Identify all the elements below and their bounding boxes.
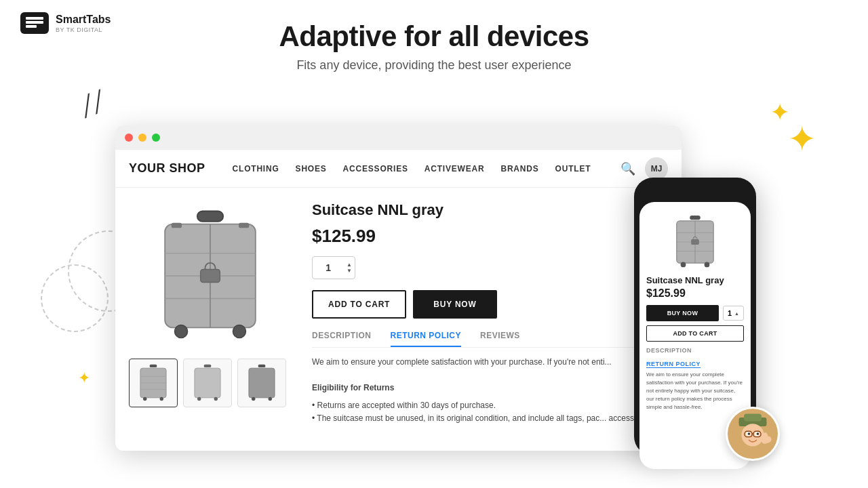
action-buttons: ADD TO CART BUY NOW [312,290,668,319]
mobile-description-label: DESCRIPTION [646,347,744,354]
mobile-buy-now-button[interactable]: BUY NOW [646,305,719,321]
svg-point-24 [214,397,218,401]
quantity-control[interactable]: 1 ▲ ▼ [312,256,355,279]
shop-logo: YOUR SHOP [129,161,205,176]
deco-star-3: ✦ [78,369,90,387]
return-policy-intro: We aim to ensure your complete satisfact… [312,356,668,369]
product-tabs: DESCRIPTION RETURN POLICY REVIEWS [312,331,668,348]
browser-titlebar [115,125,682,150]
svg-point-45 [748,432,751,435]
svg-rect-21 [195,368,220,398]
svg-rect-2 [26,25,37,28]
deco-star-2: ✦ [787,119,817,159]
product-price: $125.99 [312,226,668,247]
svg-rect-9 [201,269,220,282]
nav-activewear[interactable]: ACTIVEWEAR [425,164,485,174]
nav-shoes[interactable]: SHOES [296,164,327,174]
eligibility-title: Eligibility for Returns [312,382,668,394]
mobile-add-to-cart-button[interactable]: ADD TO CART [646,325,744,342]
thumbnail-row [129,359,292,407]
product-details: Suitcase NNL gray $125.99 1 ▲ ▼ ADD TO C… [305,188,682,451]
svg-rect-12 [172,223,182,228]
svg-point-46 [757,432,760,435]
nav-clothing[interactable]: CLOTHING [233,164,279,174]
mobile-return-policy-label[interactable]: RETURN POLICY [646,361,701,368]
tab-reviews[interactable]: REVIEWS [480,331,520,347]
shop-content: Suitcase NNL gray $125.99 1 ▲ ▼ ADD TO C… [115,188,682,451]
bullet-1: Returns are accepted within 30 days of p… [312,399,668,412]
deco-lines: ╱╱ [79,92,107,117]
logo-icon [20,12,49,34]
page-header: Adaptive for all devices Fits any device… [0,0,868,86]
page-title: Adaptive for all devices [0,20,868,53]
quantity-arrows[interactable]: ▲ ▼ [344,261,355,275]
mobile-return-policy-text: We aim to ensure your complete satisfact… [646,371,744,411]
svg-rect-13 [239,223,249,228]
page-subtitle: Fits any device, providing the best user… [0,58,868,73]
thumbnail-2[interactable] [183,359,232,407]
brand-name: SmartTabs [56,13,111,26]
svg-point-10 [175,325,188,338]
nav-outlet[interactable]: OUTLET [555,164,591,174]
svg-rect-22 [204,365,212,367]
svg-point-23 [197,397,201,401]
nav-accessories[interactable]: ACCESSORIES [343,164,408,174]
svg-rect-15 [150,365,157,367]
mobile-qty-up[interactable]: ▲ [734,311,739,316]
buy-now-button[interactable]: BUY NOW [413,290,496,319]
chat-avatar[interactable] [726,407,780,461]
tab-description[interactable]: DESCRIPTION [312,331,372,347]
svg-point-36 [681,262,686,268]
product-name: Suitcase NNL gray [312,201,668,219]
bullet-2: The suitcase must be unused, in its orig… [312,412,668,425]
svg-rect-3 [197,211,223,222]
svg-rect-1 [26,21,43,24]
tab-content-area: We aim to ensure your complete satisfact… [312,356,668,425]
thumbnail-3[interactable] [237,359,286,407]
quantity-value: 1 [313,262,344,273]
nav-links: CLOTHING SHOES ACCESSORIES ACTIVEWEAR BR… [233,164,620,174]
svg-point-27 [252,397,255,401]
browser-mockup: YOUR SHOP CLOTHING SHOES ACCESSORIES ACT… [115,125,682,451]
close-dot[interactable] [125,134,133,142]
maximize-dot[interactable] [152,134,160,142]
mobile-quantity[interactable]: 1 ▲ [723,306,744,321]
svg-rect-41 [744,413,762,421]
logo-text: SmartTabs BY TK DIGITAL [56,13,111,33]
shop-nav: YOUR SHOP CLOTHING SHOES ACCESSORIES ACT… [115,150,682,188]
search-icon[interactable]: 🔍 [620,161,635,176]
thumbnail-1[interactable] [129,359,178,407]
svg-point-11 [233,325,245,338]
mobile-btn-row: BUY NOW 1 ▲ [646,305,744,321]
svg-point-37 [705,262,710,268]
mobile-product-image [646,206,744,275]
mobile-qty-value: 1 [728,309,732,317]
nav-actions: 🔍 MJ [620,157,668,180]
main-product-image [136,201,285,350]
svg-rect-26 [258,365,266,367]
mobile-notch [671,183,719,198]
tab-return-policy[interactable]: RETURN POLICY [391,331,462,347]
deco-circle-2 [41,264,108,332]
product-gallery [115,188,305,451]
user-avatar[interactable]: MJ [645,157,668,180]
svg-rect-35 [691,239,699,245]
mobile-price: $125.99 [646,287,744,300]
nav-brands[interactable]: BRANDS [500,164,538,174]
brand-sub: BY TK DIGITAL [56,26,111,33]
minimize-dot[interactable] [138,134,146,142]
svg-rect-29 [690,216,701,220]
svg-point-19 [143,397,146,401]
svg-rect-25 [249,368,275,398]
logo-area: SmartTabs BY TK DIGITAL [20,12,111,34]
svg-point-20 [160,397,163,401]
return-bullets: Returns are accepted within 30 days of p… [312,399,668,425]
add-to-cart-button[interactable]: ADD TO CART [312,290,406,319]
svg-rect-0 [26,17,43,20]
svg-point-28 [269,397,272,401]
qty-up-arrow[interactable]: ▲ [347,262,352,268]
deco-star-1: ✦ [770,98,790,127]
qty-down-arrow[interactable]: ▼ [347,268,352,274]
mobile-product-name: Suitcase NNL gray [646,275,744,285]
